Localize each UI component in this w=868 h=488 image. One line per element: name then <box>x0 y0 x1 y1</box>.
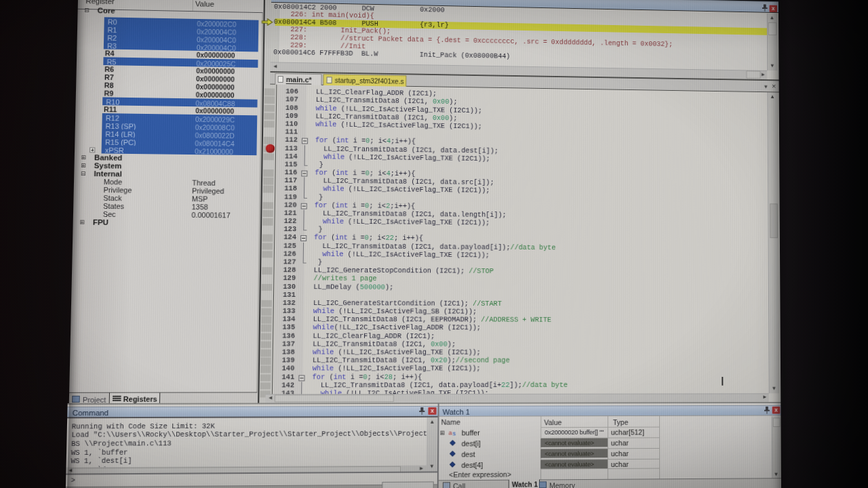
svg-text:s: s <box>453 430 456 436</box>
